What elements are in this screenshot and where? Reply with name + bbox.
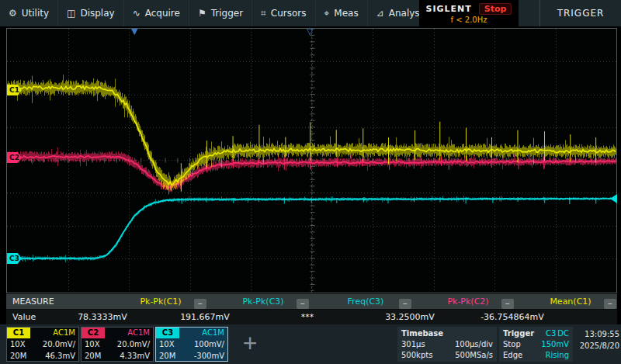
- trigger-level-marker[interactable]: [610, 194, 617, 203]
- trigger-frequency-readout: f < 2.0Hz: [451, 16, 487, 24]
- measure-col-pkpk-c3: Pk-Pk(C3) −: [212, 296, 314, 307]
- menu-item-utility[interactable]: ⚙ Utility: [0, 0, 58, 26]
- menu-label-display: Display: [80, 8, 114, 19]
- trigger-position-marker[interactable]: [131, 27, 137, 36]
- timebase-scale: 100µs/div: [455, 340, 493, 348]
- side-panel-title: TRIGGER: [539, 0, 621, 26]
- menu-item-trigger[interactable]: ⚑ Trigger: [189, 0, 252, 26]
- channel-scale: 100mV/: [194, 340, 224, 348]
- measure-label: Mean(C1): [550, 296, 591, 307]
- channel-probe: 10X: [10, 340, 26, 348]
- trigger-status: Stop: [503, 340, 521, 348]
- clock: 13:09:55 2025/8/20: [574, 328, 619, 352]
- menu-label-meas: Meas: [334, 8, 358, 19]
- add-channel-button[interactable]: +: [233, 328, 267, 358]
- measure-value: -36.754864mV: [461, 312, 564, 322]
- menu-item-cursors[interactable]: ⌗ Cursors: [252, 0, 315, 26]
- trigger-delay-marker[interactable]: [307, 27, 313, 36]
- timebase-points: 500kpts: [401, 351, 432, 359]
- measure-value: 191.667mV: [154, 312, 256, 322]
- remove-measure-button[interactable]: −: [297, 299, 309, 309]
- trigger-title: Trigger: [503, 329, 534, 338]
- status-bar: C1 AC1M 10X 20.0mV/ 20M 46.3mV C2 AC1M 1…: [0, 324, 621, 364]
- menu-label-trigger: Trigger: [211, 8, 243, 19]
- trigger-level-value: 150mV: [541, 340, 569, 348]
- measure-label: Pk-Pk(C2): [447, 296, 488, 307]
- plus-icon: +: [243, 329, 258, 357]
- acquire-icon: ∿: [133, 8, 141, 19]
- measure-label: Pk-Pk(C1): [140, 296, 181, 307]
- brand-block: SIGLENT Stop f < 2.0Hz: [419, 0, 519, 26]
- channel-coupling: AC1M: [30, 328, 78, 338]
- measure-value: 33.2500mV: [359, 312, 461, 322]
- measure-label: Freq(C3): [348, 296, 384, 307]
- acquisition-status-badge[interactable]: Stop: [479, 3, 512, 15]
- analysis-icon: ⊿: [376, 8, 384, 19]
- trigger-flag-icon: ⚑: [198, 8, 206, 19]
- measure-panel: MEASURE Pk-Pk(C1) − Pk-Pk(C3) − Freq(C3)…: [6, 294, 617, 324]
- utility-icon: ⚙: [9, 8, 17, 19]
- clock-time: 13:09:55: [574, 328, 619, 340]
- trigger-source: C3: [546, 329, 556, 338]
- trigger-delay-line: [311, 29, 312, 293]
- measure-col-pkpk-c1: Pk-Pk(C1) −: [109, 296, 212, 307]
- channel-id-badge: C2: [82, 328, 105, 338]
- channel-offset: -300mV: [194, 352, 224, 360]
- remove-measure-button[interactable]: −: [604, 299, 616, 309]
- channel-probe: 10X: [85, 340, 100, 348]
- channel-box-c2[interactable]: C2 AC1M 10X 20.0mV/ 20M 4.33mV: [81, 327, 154, 362]
- brand-logo: SIGLENT: [426, 4, 472, 14]
- channel-box-c1[interactable]: C1 AC1M 10X 20.0mV/ 20M 46.3mV: [6, 327, 79, 362]
- channel-bandwidth: 20M: [85, 352, 101, 360]
- remove-measure-button[interactable]: −: [399, 299, 411, 309]
- menu-label-cursors: Cursors: [271, 8, 307, 19]
- menu-label-utility: Utility: [22, 8, 49, 19]
- channel-id-badge: C3: [156, 328, 179, 338]
- channel-box-c3[interactable]: C3 AC1M 10X 100mV/ 20M -300mV: [155, 327, 228, 362]
- trigger-coupling: DC: [557, 329, 569, 338]
- channel-coupling: AC1M: [105, 328, 153, 338]
- channel-scale: 20.0mV/: [43, 340, 75, 348]
- measure-value: ***: [256, 312, 359, 322]
- measure-icon: ⌖: [324, 8, 330, 19]
- channel-offset: 4.33mV: [120, 352, 150, 360]
- timebase-delay: 301µs: [401, 340, 425, 348]
- trigger-type: Edge: [503, 351, 522, 359]
- measure-value: 78.3333mV: [51, 312, 154, 322]
- channel-bandwidth: 20M: [10, 352, 26, 360]
- channel-id-badge: C1: [7, 328, 30, 338]
- menu-item-acquire[interactable]: ∿ Acquire: [124, 0, 189, 26]
- timebase-samplerate: 500MSa/s: [455, 351, 493, 359]
- waveform-display[interactable]: C1 C2 C3: [6, 28, 617, 293]
- clock-date: 2025/8/20: [574, 340, 619, 352]
- menu-item-display[interactable]: ◫ Display: [58, 0, 124, 26]
- remove-measure-button[interactable]: −: [501, 299, 514, 309]
- menu-label-acquire: Acquire: [145, 8, 180, 19]
- measure-col-mean-c1: Mean(C1) −: [519, 296, 621, 307]
- measure-col-pkpk-c2: Pk-Pk(C2) −: [417, 296, 519, 307]
- menu-bar: ⚙ Utility ◫ Display ∿ Acquire ⚑ Trigger …: [0, 0, 621, 26]
- trigger-box[interactable]: Trigger C3 DC Stop 150mV Edge Rising: [499, 327, 573, 362]
- measure-title: MEASURE: [6, 296, 109, 307]
- remove-measure-button[interactable]: −: [194, 299, 206, 309]
- measure-label: Pk-Pk(C3): [242, 296, 283, 307]
- channel-offset: 46.3mV: [45, 352, 75, 360]
- trigger-slope: Rising: [546, 351, 569, 359]
- measure-header-row: MEASURE Pk-Pk(C1) − Pk-Pk(C3) − Freq(C3)…: [6, 294, 617, 310]
- timebase-box[interactable]: Timebase 301µs 100µs/div 500kpts 500MSa/…: [397, 327, 497, 362]
- display-icon: ◫: [67, 8, 75, 19]
- channel-bandwidth: 20M: [159, 352, 175, 360]
- menu-item-meas[interactable]: ⌖ Meas: [316, 0, 368, 26]
- measure-col-freq-c3: Freq(C3) −: [314, 296, 417, 307]
- channel-coupling: AC1M: [179, 328, 227, 338]
- cursors-icon: ⌗: [261, 8, 266, 19]
- timebase-title: Timebase: [401, 329, 443, 338]
- channel-probe: 10X: [159, 340, 175, 348]
- channel-scale: 20.0mV/: [117, 340, 150, 348]
- measure-value-row: Value 78.3333mV 191.667mV *** 33.2500mV …: [6, 310, 617, 324]
